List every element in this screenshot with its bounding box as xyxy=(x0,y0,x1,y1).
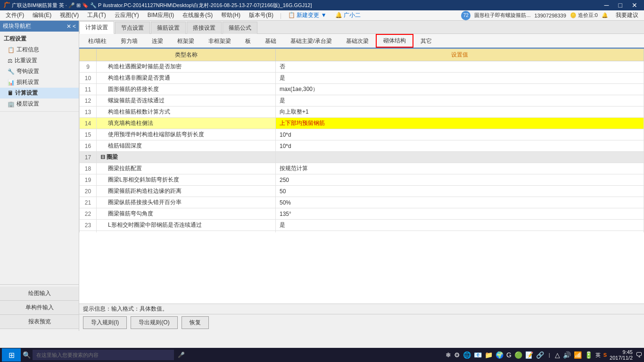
row-number: 21 xyxy=(80,197,97,208)
tab-inner-other[interactable]: 其它 xyxy=(413,35,439,47)
tab-outer-stirrup-settings[interactable]: 箍筋设置 xyxy=(151,22,186,34)
property-value[interactable]: 是 xyxy=(276,95,644,107)
tab-inner-foundation-beam[interactable]: 基础主梁/承台梁 xyxy=(283,35,339,47)
taskbar-icon-1[interactable]: ❄ xyxy=(446,351,451,359)
menu-view[interactable]: 视图(V) xyxy=(56,10,83,20)
notification-area: 72 圆形柱子即有螺旋箍筋... 13907298339 🪙 造价豆:0 🔔 我… xyxy=(461,10,642,20)
property-name: 圈梁拉筋配置 xyxy=(97,163,276,174)
property-value[interactable]: 10*d xyxy=(276,140,644,152)
taskbar-icon-2[interactable]: ⚙ xyxy=(454,351,460,359)
menu-cloud[interactable]: 云应用(Y) xyxy=(111,10,143,20)
menu-user[interactable]: 🔔 广小二 xyxy=(331,10,364,20)
taskbar-date: 2017/11/2 xyxy=(610,355,633,361)
menu-edit[interactable]: 编辑(E) xyxy=(29,10,55,20)
property-value[interactable]: 135° xyxy=(276,208,644,220)
close-button[interactable]: ✕ xyxy=(629,1,640,9)
report-preview-button[interactable]: 报表预览 xyxy=(0,315,79,329)
taskbar-tray-2[interactable]: 🔊 xyxy=(563,351,571,359)
property-value[interactable]: 向上取整+1 xyxy=(276,107,644,118)
taskbar-icon-5[interactable]: 📁 xyxy=(485,351,493,359)
property-value[interactable]: 10*d xyxy=(276,129,644,140)
property-value[interactable]: max(1ae,300） xyxy=(276,84,644,95)
taskbar-icon-3[interactable]: 🌐 xyxy=(463,351,471,359)
sidebar-item-hook[interactable]: 🔧 弯钩设置 xyxy=(0,66,79,77)
bell-icon: 🔔 xyxy=(602,12,608,18)
start-button[interactable]: ⊞ xyxy=(2,348,21,362)
taskbar-search-icon[interactable]: 🔍 xyxy=(23,351,31,359)
tab-outer-node-settings[interactable]: 节点设置 xyxy=(115,22,150,34)
property-name: 构造柱箍筋根数计算方式 xyxy=(97,107,276,118)
menu-bim[interactable]: BIM应用(I) xyxy=(144,10,178,20)
tab-inner-shear-wall[interactable]: 剪力墙 xyxy=(114,35,145,47)
menu-tools[interactable]: 工具(T) xyxy=(83,10,109,20)
single-part-button[interactable]: 单构件输入 xyxy=(0,301,79,315)
menu-new-change[interactable]: 📋 新建变更 ▼ xyxy=(284,10,330,20)
menu-online[interactable]: 在线服务(S) xyxy=(179,10,216,20)
row-number: 24 xyxy=(80,231,97,233)
tab-outer-calc-settings[interactable]: 计算设置 xyxy=(79,21,114,34)
maximize-button[interactable]: □ xyxy=(616,1,625,9)
taskbar-tray-1[interactable]: △ xyxy=(555,351,560,359)
property-value[interactable]: 按规范计算 xyxy=(276,163,644,174)
menu-help[interactable]: 帮助(H) xyxy=(217,10,244,20)
sidebar-item-floor[interactable]: 🏢 楼层设置 xyxy=(0,99,79,109)
property-name: 填充墙构造柱侧法 xyxy=(97,118,276,129)
minimize-button[interactable]: ─ xyxy=(602,1,612,9)
taskbar-tray-4[interactable]: 🔋 xyxy=(585,351,593,359)
property-name: 圈梁侧面纵筋的锚固长度 xyxy=(97,231,276,233)
sidebar-item-calc[interactable]: 🖩 计算设置 xyxy=(0,88,79,99)
property-name: 使用预埋件时构造柱端部纵筋弯折长度 xyxy=(97,129,276,140)
sidebar-item-loss[interactable]: 📊 损耗设置 xyxy=(0,77,79,88)
tab-inner-foundation-secondary[interactable]: 基础次梁 xyxy=(339,35,376,47)
tab-inner-frame-beam[interactable]: 框架梁 xyxy=(170,35,201,47)
row-number: 23 xyxy=(80,220,97,231)
status-bar: 提示信息：输入格式：具体数值。 xyxy=(79,304,644,314)
property-value[interactable] xyxy=(276,152,644,163)
property-value[interactable]: 50% xyxy=(276,197,644,208)
sidebar-item-weight[interactable]: ⚖ 比重设置 xyxy=(0,55,79,66)
sidebar-label-floor: 楼层设置 xyxy=(17,100,39,108)
property-value[interactable]: 上下部均预留钢筋 xyxy=(276,118,644,129)
tab-inner-coupling-beam[interactable]: 连梁 xyxy=(145,35,170,47)
taskbar-icon-4[interactable]: 📧 xyxy=(474,351,482,359)
property-value[interactable]: 250 xyxy=(276,174,644,186)
tab-inner-foundation[interactable]: 基础 xyxy=(258,35,283,47)
property-value[interactable]: 否 xyxy=(276,61,644,73)
tab-inner-non-frame-beam[interactable]: 非框架梁 xyxy=(201,35,238,47)
row-number: 14 xyxy=(80,118,97,129)
taskbar-notification-icon[interactable]: 🗨 xyxy=(636,351,642,359)
tab-outer-stirrup-formula[interactable]: 箍筋公式 xyxy=(223,22,257,34)
taskbar-tray-3[interactable]: 📶 xyxy=(574,351,582,359)
table-row: 22圈梁箍筋弯勾角度135° xyxy=(80,208,644,220)
menu-file[interactable]: 文件(F) xyxy=(2,10,28,20)
sidebar-close-icon[interactable]: ✕ < xyxy=(66,23,76,30)
taskbar-search-input[interactable] xyxy=(33,350,174,360)
tab-inner-masonry[interactable]: 砌体结构 xyxy=(376,34,413,48)
taskbar-icon-6[interactable]: 🌍 xyxy=(495,351,504,359)
taskbar-icon-9[interactable]: 📝 xyxy=(525,351,533,359)
tab-outer-splice-settings[interactable]: 搭接设置 xyxy=(187,22,222,34)
property-name: 螺旋箍筋是否连续通过 xyxy=(97,95,276,107)
help-link[interactable]: 我要建议 xyxy=(612,10,642,20)
calc-icon: 🖩 xyxy=(8,90,13,97)
taskbar-icon-7[interactable]: G xyxy=(506,351,512,359)
content-area: 计算设置 节点设置 箍筋设置 搭接设置 箍筋公式 柱/墙柱 剪力墙 连梁 框架梁… xyxy=(79,21,644,331)
property-name: 圈梁箍筋距构造柱边缘的距离 xyxy=(97,186,276,197)
scroll-container[interactable]: 类型名称 设置值 9构造柱遇圈梁时箍筋是否加密否10构造柱遇非圈梁是否贯通是11… xyxy=(79,49,644,232)
restore-button[interactable]: 恢复 xyxy=(182,316,209,329)
property-value[interactable]: 15*d xyxy=(276,231,644,233)
taskbar-mic-icon[interactable]: 🎤 xyxy=(178,352,185,358)
property-value[interactable]: 是 xyxy=(276,73,644,84)
taskbar-icon-8[interactable]: 🟢 xyxy=(514,351,522,359)
sidebar-item-project-info[interactable]: 📋 工程信息 xyxy=(0,44,79,55)
property-name: 圈梁箍筋弯勾角度 xyxy=(97,208,276,220)
import-rules-button[interactable]: 导入规则(I) xyxy=(83,316,127,329)
tab-inner-slab[interactable]: 板 xyxy=(238,35,258,47)
export-rules-button[interactable]: 导出规则(O) xyxy=(131,316,177,329)
draw-input-button[interactable]: 绘图输入 xyxy=(0,287,79,301)
tab-inner-column[interactable]: 柱/墙柱 xyxy=(81,35,114,47)
taskbar-icon-10[interactable]: 🔗 xyxy=(536,351,544,359)
property-value[interactable]: 是 xyxy=(276,220,644,231)
menu-version[interactable]: 版本号(B) xyxy=(245,10,277,20)
property-value[interactable]: 50 xyxy=(276,186,644,197)
